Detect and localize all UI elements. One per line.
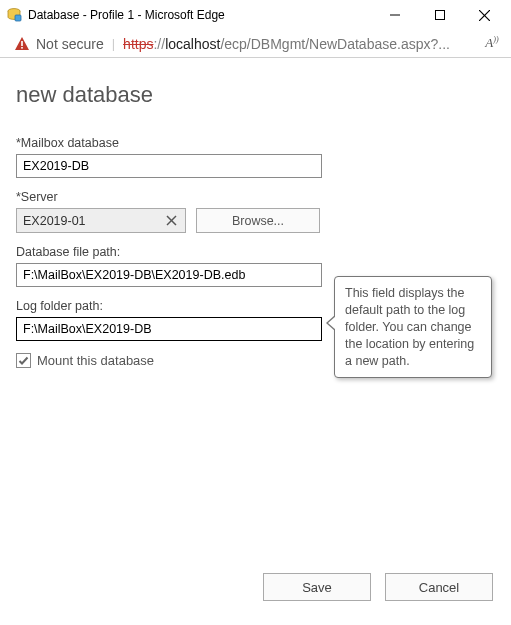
browse-button[interactable]: Browse...: [196, 208, 320, 233]
close-icon: [166, 215, 177, 226]
svg-rect-1: [15, 15, 21, 21]
address-bar: Not secure | https://localhost/ecp/DBMgm…: [0, 30, 511, 58]
dialog-footer: Save Cancel: [263, 573, 493, 601]
security-indicator[interactable]: Not secure: [14, 36, 104, 52]
tooltip-text: This field displays the default path to …: [345, 286, 474, 368]
window-maximize-button[interactable]: [417, 0, 462, 30]
url-host: localhost: [165, 36, 220, 52]
window-titlebar: Database - Profile 1 - Microsoft Edge: [0, 0, 511, 30]
mailbox-db-input[interactable]: [16, 154, 322, 178]
url-protocol: https: [123, 36, 153, 52]
svg-rect-7: [21, 47, 23, 49]
window-minimize-button[interactable]: [372, 0, 417, 30]
warning-icon: [14, 36, 30, 52]
mount-checkbox[interactable]: [16, 353, 31, 368]
window-close-button[interactable]: [462, 0, 507, 30]
server-value: EX2019-01: [23, 214, 86, 228]
log-path-input[interactable]: [16, 317, 322, 341]
db-path-label: Database file path:: [16, 245, 495, 259]
read-aloud-button[interactable]: A)): [481, 33, 503, 55]
window-title: Database - Profile 1 - Microsoft Edge: [28, 8, 372, 22]
check-icon: [18, 355, 29, 366]
mount-label: Mount this database: [37, 353, 154, 368]
server-picker[interactable]: EX2019-01: [16, 208, 186, 233]
app-icon: [6, 7, 22, 23]
url-display[interactable]: https://localhost/ecp/DBMgmt/NewDatabase…: [123, 36, 473, 52]
cancel-button[interactable]: Cancel: [385, 573, 493, 601]
not-secure-label: Not secure: [36, 36, 104, 52]
svg-rect-6: [21, 41, 23, 46]
db-path-input[interactable]: [16, 263, 322, 287]
svg-rect-3: [435, 11, 444, 20]
server-label: *Server: [16, 190, 495, 204]
tooltip-callout: This field displays the default path to …: [334, 276, 492, 378]
page-title: new database: [16, 82, 495, 108]
mailbox-db-label: *Mailbox database: [16, 136, 495, 150]
url-path: /ecp/DBMgmt/NewDatabase.aspx?...: [220, 36, 450, 52]
clear-server-button[interactable]: [161, 209, 181, 232]
save-button[interactable]: Save: [263, 573, 371, 601]
